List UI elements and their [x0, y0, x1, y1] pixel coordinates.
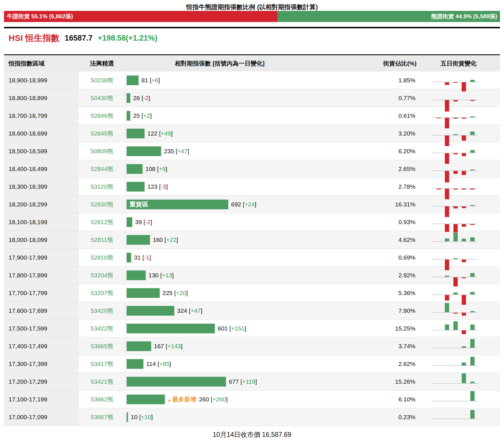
warrant-code-link[interactable]: 52811熊	[79, 236, 125, 244]
contracts-value: 677 [+119]	[229, 378, 257, 385]
spark-bar-down	[445, 206, 449, 217]
warrant-code-link[interactable]: 52844熊	[79, 165, 125, 173]
warrant-code-link[interactable]: 52846熊	[79, 112, 125, 120]
table-row: 17,200-17,29953421熊677 [+119]15.26%	[4, 373, 500, 391]
contracts-bar	[127, 75, 139, 85]
five-day-change-cell	[417, 178, 500, 195]
spark-bar-down	[445, 100, 449, 112]
warrant-code-link[interactable]: 50430熊	[79, 94, 125, 102]
table-row: 17,900-17,99952810熊31 [-1]0.69%	[4, 249, 500, 266]
outstanding-pct: 7.90%	[314, 307, 417, 314]
contracts-value: 123 [-3]	[147, 183, 168, 190]
five-day-change-cell	[417, 373, 500, 390]
contracts-value: 324 [+47]	[177, 307, 202, 314]
five-day-sparkline	[432, 71, 478, 89]
one-day-change: -1	[144, 254, 149, 261]
contracts-bar	[127, 146, 161, 156]
index-range: 18,600-18,699	[4, 125, 79, 142]
warrant-code-link[interactable]: 50238熊	[79, 76, 125, 84]
bracket-close: ]	[149, 95, 150, 101]
outstanding-pct: 4.62%	[314, 236, 417, 243]
five-day-change-cell	[417, 196, 500, 213]
warrant-code-link[interactable]: 53207熊	[79, 289, 125, 297]
contracts-bar	[127, 377, 226, 387]
sparkline-baseline	[432, 241, 478, 242]
warrant-code-link[interactable]: 53120熊	[79, 183, 125, 191]
table-row: 18,600-18,69952845熊122 [+49]3.20%	[4, 125, 500, 142]
spark-bar-down	[453, 206, 458, 208]
contracts-cell: 114 [+85]	[125, 355, 314, 373]
divider-rule	[4, 27, 500, 28]
index-range: 18,500-18,599	[4, 142, 79, 160]
warrant-code-link[interactable]: 52812熊	[79, 218, 125, 226]
one-day-change: +24	[245, 201, 255, 208]
spark-bar-up	[462, 346, 466, 348]
warrant-code-link[interactable]: 53417熊	[79, 360, 125, 368]
bracket-close: ]	[166, 183, 168, 190]
contracts-cell: 130 [+13]	[125, 266, 314, 284]
warrant-code-link[interactable]: 53204熊	[79, 271, 125, 279]
five-day-sparkline	[432, 337, 478, 355]
table-row: 17,800-17,89953204熊130 [+13]2.92%	[4, 266, 500, 284]
warrant-code-link[interactable]: 52830熊	[79, 200, 125, 208]
one-day-change: -2	[143, 95, 149, 101]
contracts-value: 108 [+9]	[145, 166, 167, 172]
warrant-code-link[interactable]: 53420熊	[79, 307, 125, 315]
five-day-sparkline	[432, 213, 478, 231]
five-day-sparkline	[432, 249, 478, 266]
table-body: 18,900-18,99950238熊81 [+6]1.85%18,800-18…	[4, 71, 500, 426]
table-row: 18,000-18,09952811熊160 [+22]4.62%	[4, 231, 500, 249]
spark-bar-up	[470, 311, 475, 312]
spark-bar-up	[470, 116, 475, 117]
outstanding-pct: 5.36%	[314, 290, 417, 296]
table-row: 18,300-18,39953120熊123 [-3]2.78%	[4, 178, 500, 196]
bracket-close: ]	[181, 343, 183, 349]
bracket-close: ]	[255, 201, 256, 208]
close-price-note: 10月14日收市價 16,587.69	[0, 430, 504, 439]
contracts-bar: 重貨區	[127, 200, 228, 209]
table-row: 17,000-17,09953667熊10 [+10]0.23%	[4, 408, 500, 426]
contracts-number: 167 [	[154, 343, 167, 349]
warrant-code-link[interactable]: 53422熊	[79, 324, 125, 333]
contracts-number: 31 [	[134, 254, 144, 261]
contracts-cell: 235 [+47]	[125, 142, 314, 160]
contracts-number: 324 [	[177, 307, 191, 314]
warrant-code-link[interactable]: 53421熊	[79, 378, 125, 386]
warrant-code-link[interactable]: 53665熊	[79, 342, 125, 350]
spark-bar-down	[453, 189, 458, 190]
outstanding-pct: 3.74%	[314, 343, 417, 350]
contracts-cell: 10 [+10]	[125, 408, 314, 426]
page: 恒指牛熊證期指張數比例 (以相對期指張數計算) 牛證街貨 55.1% (6,86…	[0, 0, 504, 442]
index-range: 17,500-17,599	[4, 320, 79, 337]
index-range: 18,100-18,199	[4, 213, 79, 231]
spark-bar-up	[470, 357, 475, 365]
five-day-change-cell	[417, 266, 500, 284]
one-day-change: -2	[145, 219, 151, 225]
contracts-bar	[127, 395, 165, 404]
contracts-bar	[127, 324, 215, 333]
spark-bar-up	[462, 373, 466, 383]
index-range: 17,800-17,899	[4, 266, 79, 284]
one-day-change: -3	[161, 183, 166, 190]
warrant-code-link[interactable]: 52810熊	[79, 254, 125, 262]
five-day-change-cell	[417, 249, 500, 266]
index-range: 18,000-18,099	[4, 231, 79, 248]
spark-bar-down	[462, 206, 466, 208]
five-day-change-cell	[417, 408, 500, 426]
warrant-code-link[interactable]: 53662熊	[79, 395, 125, 403]
spark-bar-down	[462, 295, 466, 305]
contracts-number: 160 [	[153, 236, 166, 243]
five-day-sparkline	[432, 89, 478, 107]
warrant-code-link[interactable]: 52845熊	[79, 130, 125, 138]
table-row: 17,100-17,19953662熊▲最多新增260 [+260]6.10%	[4, 391, 500, 408]
one-day-change: +85	[159, 361, 169, 367]
spark-bar-up	[453, 258, 458, 259]
contracts-cell: 108 [+9]	[125, 160, 314, 178]
warrant-code-link[interactable]: 50809熊	[79, 147, 125, 155]
warrant-code-link[interactable]: 53667熊	[79, 413, 125, 421]
contracts-value: 160 [+22]	[153, 236, 178, 243]
spark-bar-up	[453, 233, 458, 241]
spark-bar-down	[453, 171, 458, 174]
contracts-bar	[127, 164, 143, 174]
five-day-change-cell	[417, 320, 500, 337]
